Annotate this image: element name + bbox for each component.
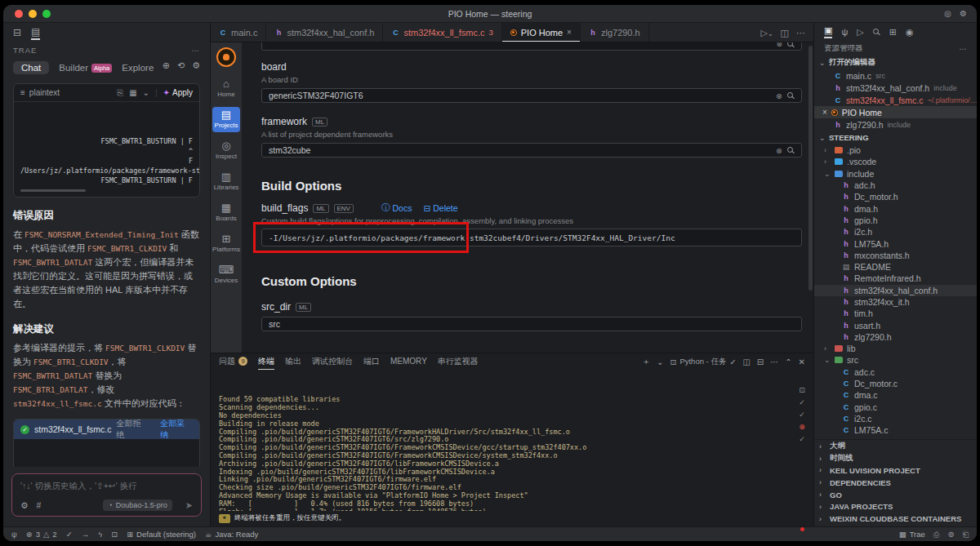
kill-terminal-icon[interactable]: ⊟ xyxy=(757,357,764,366)
split-editor-icon[interactable]: ◫ xyxy=(781,28,789,38)
search-icon[interactable] xyxy=(787,92,795,100)
clear-icon[interactable]: ⊗ xyxy=(776,146,782,155)
open-editor-item[interactable]: × PIO Home xyxy=(814,106,977,118)
docs-link[interactable]: ⓘDocs xyxy=(381,202,412,214)
delete-link[interactable]: ⊟Delete xyxy=(423,202,457,214)
reject-all-button[interactable]: 全部拒绝 xyxy=(117,419,149,441)
panel-tab[interactable]: 串行监视器 xyxy=(438,353,479,370)
terminal-dropdown-icon[interactable]: ⌄ xyxy=(657,357,663,366)
open-editor-item[interactable]: stm32f4xx_hal_conf.h include xyxy=(814,82,977,94)
tree-item[interactable]: ⌄ src xyxy=(814,354,977,366)
bolt-icon[interactable]: ϟ xyxy=(98,530,102,539)
board-input[interactable]: genericSTM32F407IGT6 ⊗ xyxy=(261,88,802,103)
pio-nav-item[interactable]: ▦ Boards xyxy=(212,200,240,225)
editor-tab[interactable]: PIO Home × xyxy=(502,23,581,42)
insert-icon[interactable]: ▦ xyxy=(129,88,136,98)
pio-nav-item[interactable]: ⌨ Devices xyxy=(212,262,240,287)
extensions-icon[interactable]: ⊞ xyxy=(889,27,897,38)
tree-item[interactable]: dma.c xyxy=(814,389,977,401)
tree-item[interactable]: Dc_motor.c xyxy=(814,378,977,389)
search-icon[interactable] xyxy=(787,147,795,154)
terminal-session-label[interactable]: ⊡ Python - 任务 ✓ xyxy=(670,357,736,367)
open-editors-section[interactable]: ⌄ 打开的编辑器 xyxy=(814,55,977,69)
tree-item[interactable]: dma.h xyxy=(814,202,977,214)
model-selector[interactable]: ◔ Doubao-1.5-pro xyxy=(103,499,172,511)
collapse-icon[interactable]: ⌄ xyxy=(143,88,149,98)
feedback-icon[interactable]: ⊚ xyxy=(947,530,954,539)
clear-icon[interactable]: ⊗ xyxy=(776,42,782,48)
tree-item[interactable]: LM75A.h xyxy=(814,237,977,249)
project-section[interactable]: ⌄ STEERING xyxy=(814,131,977,144)
attach-icon[interactable]: ⚙ xyxy=(192,60,200,71)
tree-item[interactable]: adc.c xyxy=(814,366,977,378)
collapsed-section[interactable]: › JAVA PROJECTS xyxy=(814,500,977,513)
tree-item[interactable]: › .pio xyxy=(814,144,977,156)
tree-item[interactable]: usart.h xyxy=(814,319,977,331)
send-icon[interactable]: ➤ xyxy=(185,500,193,511)
panel-tab[interactable]: MEMORY xyxy=(390,353,427,370)
panel-toggle-icon[interactable]: ⊡ xyxy=(111,530,118,539)
history-icon[interactable]: ⟲ xyxy=(177,60,185,71)
tree-item[interactable]: i2c.c xyxy=(814,413,977,424)
pio-nav-item[interactable]: ⊞ Platforms xyxy=(212,231,240,256)
terminal-session-list[interactable]: ⊡ ✓ ✓ ⊗ ✓ xyxy=(794,383,810,538)
tree-item[interactable]: gpio.h xyxy=(814,215,977,226)
trae-status-item[interactable]: ▦ Trae xyxy=(899,530,925,539)
open-editor-item[interactable]: main.c src xyxy=(814,69,977,82)
close-editor-icon[interactable]: × xyxy=(822,108,827,117)
more-options-icon[interactable]: ⋯ xyxy=(192,46,201,55)
account-icon[interactable]: ◎ xyxy=(944,9,951,18)
editor-more-icon[interactable]: ⋯ xyxy=(796,28,805,38)
editor-tab[interactable]: zlg7290.h xyxy=(581,23,649,42)
pio-nav-item[interactable]: ◎ Inspect xyxy=(212,138,240,163)
src-dir-input[interactable]: src xyxy=(261,317,802,331)
tree-item[interactable]: stm32f4xx_it.h xyxy=(814,296,977,308)
pio-nav-item[interactable]: ▥ Libraries xyxy=(212,169,240,194)
accept-all-button[interactable]: 全部采纳 xyxy=(160,419,193,441)
check-icon[interactable]: ✓ xyxy=(66,530,73,539)
run-button[interactable]: ▷⌄ xyxy=(760,28,773,38)
collapsed-section[interactable]: › WEIXIN CLOUDBASE CONTAINERS xyxy=(814,513,977,525)
tree-item[interactable]: adc.h xyxy=(814,180,977,191)
maximize-panel-icon[interactable]: ⌃ xyxy=(785,357,791,366)
chat-tab[interactable]: Chat xyxy=(13,61,49,74)
collapsed-section[interactable]: › DEPENDENCIES xyxy=(814,477,977,489)
close-tab-icon[interactable]: × xyxy=(567,28,572,37)
tree-item[interactable]: gpio.c xyxy=(814,402,977,413)
tree-item[interactable]: zlg7290.h xyxy=(814,331,977,343)
collapsed-section[interactable]: › GO xyxy=(814,489,977,501)
search-icon[interactable] xyxy=(873,29,880,36)
collapsed-section[interactable]: › 大纲 xyxy=(814,440,977,452)
search-icon[interactable] xyxy=(787,42,795,48)
pio-nav-item[interactable]: ▤ Projects xyxy=(212,107,240,132)
open-editor-item[interactable]: stm32f4xx_ll_fsmc.c ~/.platformio/… 3 xyxy=(814,94,977,106)
panel-tab[interactable]: 输出 xyxy=(285,353,301,370)
chat-tab[interactable]: Explore xyxy=(122,63,154,73)
tree-item[interactable]: i2c.h xyxy=(814,226,977,237)
terminal-output[interactable]: Found 59 compatible librariesScanning de… xyxy=(211,370,813,511)
collapsed-section[interactable]: › KEIL UVISION PROJECT xyxy=(814,464,977,477)
hash-icon[interactable]: # xyxy=(36,500,41,510)
tree-item[interactable]: stm32f4xx_hal_conf.h xyxy=(814,285,977,296)
panel-tab[interactable]: 调试控制台 xyxy=(312,353,353,370)
tree-item[interactable]: RemoteInfrared.h xyxy=(814,273,977,284)
editor-tab[interactable]: stm32f4xx_hal_conf.h xyxy=(266,23,383,42)
new-session-icon[interactable]: ⊕ xyxy=(163,60,170,71)
tree-item[interactable]: › lib xyxy=(814,343,977,354)
chat-input-box[interactable]: '↑↓' 切换历史输入，'⇧+↩' 换行 ⚙ # ◔ Doubao-1.5-pr… xyxy=(11,473,202,517)
panel-tab[interactable]: 终端 xyxy=(258,353,274,370)
open-editor-item[interactable]: zlg7290.h include xyxy=(814,118,977,131)
panel-tab[interactable]: 端口 xyxy=(363,353,380,370)
run-debug-icon[interactable]: ▷ xyxy=(857,27,863,38)
content-scrollbar[interactable] xyxy=(808,46,813,291)
split-terminal-icon[interactable]: ◫ xyxy=(742,357,750,366)
new-terminal-icon[interactable]: ＋ xyxy=(642,356,650,367)
editor-tab[interactable]: stm32f4xx_ll_fsmc.c 3 xyxy=(383,23,501,42)
editor-tab[interactable]: main.c xyxy=(211,23,266,42)
profile-indicator[interactable]: ⊞ Default (steering) xyxy=(127,530,196,539)
remote-icon[interactable]: ψ xyxy=(11,530,17,539)
arrow-icon[interactable]: → xyxy=(82,530,90,539)
code-horizontal-scrollbar[interactable] xyxy=(20,189,193,192)
build-flags-textarea[interactable]: -I/Users/jz/.platformio/packages/framewo… xyxy=(261,229,802,246)
chat-tab[interactable]: Builder Alpha xyxy=(59,63,112,73)
